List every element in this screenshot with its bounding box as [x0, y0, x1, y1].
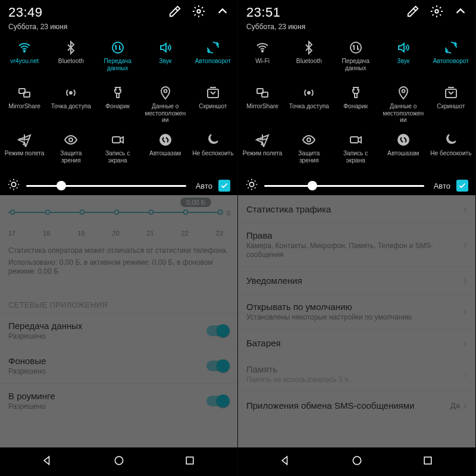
- tile-location[interactable]: Данные о местоположении: [141, 82, 190, 128]
- tile-label: Не беспокоить: [429, 150, 472, 157]
- rotate-icon: [444, 40, 458, 55]
- svg-rect-23: [350, 137, 358, 143]
- tile-wifi[interactable]: Wi-Fi: [239, 37, 286, 81]
- edit-icon[interactable]: [168, 5, 181, 20]
- auto-brightness-checkbox[interactable]: [456, 180, 468, 192]
- tile-record[interactable]: Запись с экрана: [333, 129, 379, 173]
- tile-eye[interactable]: Защита зрения: [48, 129, 94, 173]
- tile-shazam[interactable]: Автошазам: [379, 129, 428, 173]
- svg-point-22: [307, 138, 311, 142]
- setting-row[interactable]: ПраваКамера, Контакты, Микрофон, Память,…: [238, 223, 475, 267]
- home-button[interactable]: [95, 449, 143, 475]
- chevron-up-icon[interactable]: [216, 5, 229, 20]
- navigation-bar: [0, 447, 237, 476]
- tile-data[interactable]: Передача данных: [333, 37, 379, 81]
- setting-row[interactable]: Уведомления ›: [238, 267, 475, 294]
- tile-mirror[interactable]: MirrorShare: [1, 82, 48, 128]
- chevron-up-icon[interactable]: [454, 5, 467, 20]
- wifi-icon: [17, 40, 32, 55]
- tile-label: Скриншот: [198, 103, 228, 110]
- wifi-icon: [255, 40, 270, 55]
- tile-label: Фонарик: [342, 103, 369, 110]
- usage-detail: Использовано: 0,00 Б, в активном режиме:…: [8, 258, 229, 277]
- setting-row[interactable]: Батарея ›: [238, 329, 475, 356]
- svg-point-26: [353, 456, 361, 464]
- tile-rotate[interactable]: Автоповорот: [190, 37, 236, 81]
- airplane-icon: [255, 132, 270, 148]
- flash-icon: [111, 85, 125, 101]
- record-icon: [111, 132, 125, 148]
- brightness-icon: [245, 178, 258, 193]
- setting-row[interactable]: ПамятьПамять не использовалась 3 ч. ›: [238, 356, 475, 392]
- tile-label: Автошазам: [386, 150, 420, 157]
- tile-label: Bluetooth: [295, 58, 323, 65]
- tile-moon[interactable]: Не беспокоить: [428, 129, 474, 173]
- setting-row[interactable]: В роумингеРазрешено: [0, 383, 237, 418]
- tile-label: Автоповорот: [432, 58, 470, 65]
- data-icon: [349, 40, 363, 55]
- tile-moon[interactable]: Не беспокоить: [190, 129, 236, 173]
- toggle-switch[interactable]: [206, 325, 229, 336]
- recent-button[interactable]: [166, 449, 214, 475]
- tile-shazam[interactable]: Автошазам: [141, 129, 190, 173]
- tile-hotspot[interactable]: Точка доступа: [48, 82, 94, 128]
- setting-row[interactable]: Открывать по умолчаниюУстановлены некото…: [238, 294, 475, 329]
- toggle-switch[interactable]: [206, 361, 229, 371]
- back-button[interactable]: [262, 449, 309, 475]
- tile-eye[interactable]: Защита зрения: [286, 129, 332, 173]
- tile-label: Передача данных: [96, 58, 140, 71]
- svg-point-1: [24, 51, 25, 52]
- setting-row[interactable]: Приложения обмена SMS-сообщениями Да ›: [238, 392, 475, 419]
- tile-volume[interactable]: Звук: [141, 37, 190, 81]
- tile-label: Данные о местоположении: [142, 103, 189, 124]
- moon-icon: [444, 132, 458, 148]
- tile-flash[interactable]: Фонарик: [95, 82, 141, 128]
- auto-brightness-checkbox[interactable]: [218, 180, 230, 192]
- tile-data[interactable]: Передача данных: [95, 37, 141, 81]
- mirror-icon: [17, 85, 32, 101]
- usage-badge: 0,00 Б: [180, 198, 211, 207]
- screenshot-icon: [444, 85, 458, 101]
- tile-bluetooth[interactable]: Bluetooth: [286, 37, 332, 81]
- tile-screenshot[interactable]: Скриншот: [428, 82, 474, 128]
- tile-flash[interactable]: Фонарик: [333, 82, 379, 128]
- tile-screenshot[interactable]: Скриншот: [190, 82, 236, 128]
- back-button[interactable]: [24, 449, 71, 475]
- tile-location[interactable]: Данные о местоположении: [379, 82, 428, 128]
- auto-brightness-label: Авто: [196, 181, 212, 190]
- svg-point-8: [69, 138, 73, 142]
- svg-point-20: [402, 90, 405, 93]
- tile-record[interactable]: Запись с экрана: [95, 129, 141, 173]
- tile-mirror[interactable]: MirrorShare: [239, 82, 286, 128]
- tile-rotate[interactable]: Автоповорот: [428, 37, 474, 81]
- quick-tiles: vr4you.net Bluetooth Передача данных Зву…: [0, 37, 237, 173]
- tile-label: Wi-Fi: [254, 58, 271, 65]
- brightness-slider[interactable]: [26, 185, 186, 187]
- location-icon: [158, 85, 173, 101]
- gear-icon[interactable]: [430, 5, 443, 20]
- svg-rect-27: [424, 457, 431, 464]
- date-label: Суббота, 23 июня: [238, 23, 475, 37]
- setting-row[interactable]: ФоновыеРазрешено: [0, 348, 237, 383]
- tile-label: Режим полета: [242, 150, 284, 157]
- tile-hotspot[interactable]: Точка доступа: [286, 82, 332, 128]
- recent-button[interactable]: [404, 449, 452, 475]
- chevron-right-icon: ›: [464, 274, 467, 287]
- home-button[interactable]: [333, 449, 381, 475]
- tile-label: Звук: [396, 58, 411, 65]
- record-icon: [349, 132, 363, 148]
- tile-airplane[interactable]: Режим полета: [1, 129, 48, 173]
- tile-bluetooth[interactable]: Bluetooth: [48, 37, 94, 81]
- tile-wifi[interactable]: vr4you.net: [1, 37, 48, 81]
- setting-row[interactable]: Статистика трафика ›: [238, 195, 475, 223]
- background-content: 0,00 Б 0 17181920212223 Статистика опера…: [0, 195, 237, 476]
- toggle-switch[interactable]: [206, 396, 229, 406]
- tile-label: MirrorShare: [7, 103, 42, 110]
- edit-icon[interactable]: [406, 5, 419, 20]
- gear-icon[interactable]: [192, 5, 205, 20]
- tile-airplane[interactable]: Режим полета: [239, 129, 286, 173]
- date-label: Суббота, 23 июня: [0, 23, 237, 37]
- brightness-slider[interactable]: [264, 185, 424, 187]
- setting-row[interactable]: Передача данныхРазрешено: [0, 313, 237, 348]
- tile-volume[interactable]: Звук: [379, 37, 428, 81]
